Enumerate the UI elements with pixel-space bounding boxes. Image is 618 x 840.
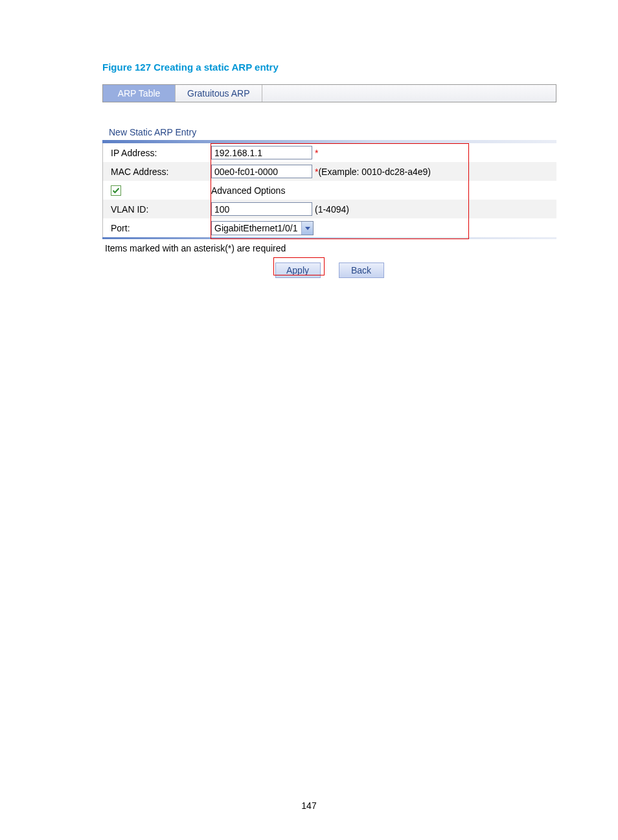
figure-title: Figure 127 Creating a static ARP entry: [102, 62, 556, 73]
svg-marker-0: [305, 227, 310, 230]
row-ip-address: IP Address: *: [102, 143, 556, 162]
row-vlan-id: VLAN ID: (1-4094): [102, 200, 556, 218]
required-note: Items marked with an asterisk(*) are req…: [105, 243, 556, 253]
row-advanced-options: Advanced Options: [102, 181, 556, 200]
section-title: New Static ARP Entry: [109, 127, 556, 137]
button-row: Apply Back: [102, 262, 556, 278]
port-select-value: GigabitEthernet1/0/1: [212, 223, 301, 233]
advanced-options-label: Advanced Options: [211, 185, 285, 196]
ip-address-input[interactable]: [211, 146, 312, 159]
mac-address-label: MAC Address:: [103, 167, 211, 177]
chevron-down-icon: [304, 225, 311, 231]
row-mac-address: MAC Address: **(Example: 0010-dc28-a4e9)…: [102, 162, 556, 181]
vlan-range-text: (1-4094): [314, 204, 349, 215]
back-button[interactable]: Back: [339, 262, 384, 278]
vlan-id-input[interactable]: [211, 202, 312, 216]
ip-required-mark: *: [314, 148, 318, 158]
ip-address-label: IP Address:: [103, 148, 211, 158]
form-area: IP Address: * MAC Address: **(Example: 0…: [102, 143, 556, 278]
apply-button[interactable]: Apply: [275, 262, 321, 278]
divider: [102, 237, 556, 239]
tab-gratuitous-arp[interactable]: Gratuitous ARP: [176, 85, 262, 102]
vlan-id-label: VLAN ID:: [103, 204, 211, 215]
advanced-options-checkbox[interactable]: [111, 185, 121, 196]
mac-example-text: **(Example: 0010-dc28-a4e9)(Example: 001…: [314, 167, 431, 177]
mac-address-input[interactable]: [211, 165, 312, 178]
tab-arp-table[interactable]: ARP Table: [103, 85, 176, 102]
page-number: 147: [0, 800, 618, 811]
port-label: Port:: [103, 223, 211, 233]
port-select-arrow[interactable]: [301, 222, 313, 235]
checkmark-icon: [112, 187, 120, 194]
row-port: Port: GigabitEthernet1/0/1: [102, 218, 556, 237]
tab-bar: ARP Table Gratuitous ARP: [102, 84, 556, 102]
port-select[interactable]: GigabitEthernet1/0/1: [211, 221, 314, 235]
